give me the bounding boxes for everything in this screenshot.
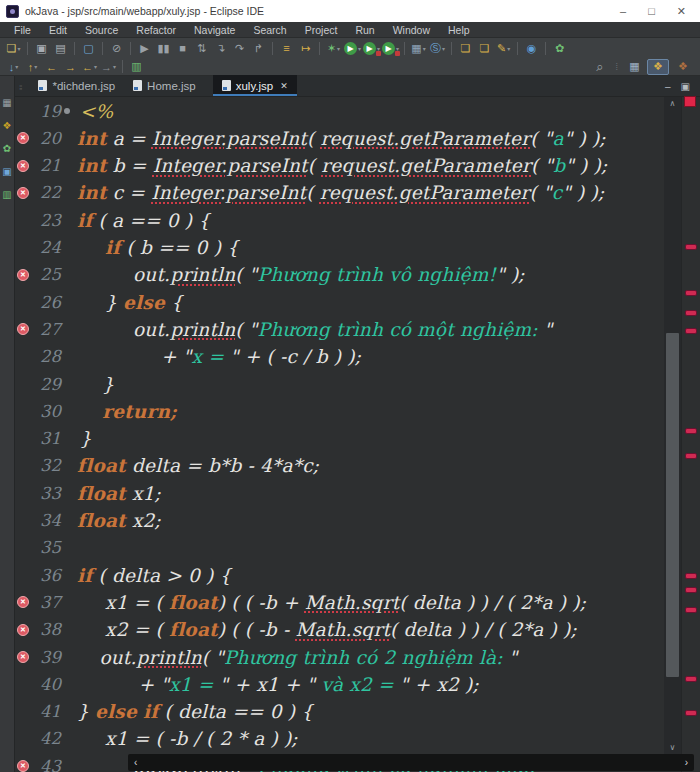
- tab-Homejsp[interactable]: Home.jsp: [124, 75, 205, 96]
- code-line-41[interactable]: 41} else if ( delta == 0 ) {: [15, 698, 664, 726]
- debug-icon[interactable]: ✶▾: [325, 40, 342, 56]
- import-icon[interactable]: ↓▾: [5, 59, 22, 75]
- code-line-25[interactable]: ✕25out.println( "Phương trình vô nghiệm!…: [15, 261, 664, 289]
- menu-navigate[interactable]: Navigate: [186, 23, 243, 37]
- vertical-scrollbar-thumb[interactable]: [666, 333, 679, 677]
- menu-source[interactable]: Source: [77, 23, 126, 37]
- code-line-37[interactable]: ✕37x1 = ( float) ( ( -b + Math.sqrt( del…: [15, 588, 664, 616]
- suspend-icon[interactable]: ▮▮: [155, 40, 172, 56]
- horizontal-scrollbar[interactable]: ‹ ›: [128, 754, 694, 771]
- javaee-perspective-button[interactable]: ❖: [647, 59, 669, 75]
- back-icon[interactable]: ←▾: [81, 59, 98, 75]
- minimize-window-icon[interactable]: –: [620, 5, 626, 18]
- close-tab-icon[interactable]: ✕: [280, 81, 288, 91]
- annotation-gutter[interactable]: ✕: [15, 132, 31, 144]
- restore-views-icon[interactable]: ▦: [1, 96, 14, 109]
- step-into-icon[interactable]: ↴: [212, 40, 229, 56]
- code-line-21[interactable]: ✕21int b = Integer.parseInt( request.get…: [15, 152, 664, 180]
- error-marker-icon[interactable]: ✕: [17, 624, 29, 636]
- forward-icon[interactable]: →▾: [100, 59, 117, 75]
- annotation-gutter[interactable]: ✕: [15, 624, 31, 636]
- error-overview-mark[interactable]: [685, 310, 697, 316]
- error-marker-icon[interactable]: ✕: [17, 160, 29, 172]
- annotation-gutter[interactable]: ✕: [15, 269, 31, 281]
- code-line-40[interactable]: 40+ "x1 = " + x1 + " và x2 = " + x2 );: [15, 670, 664, 698]
- error-marker-icon[interactable]: ✕: [17, 596, 29, 608]
- search-icon[interactable]: ⌕: [591, 59, 608, 75]
- open-console-icon[interactable]: ▢: [80, 40, 97, 56]
- error-overview-mark[interactable]: [685, 428, 697, 434]
- run-icon[interactable]: ▶▾: [344, 40, 361, 56]
- vertical-scrollbar[interactable]: ∧ ∨: [664, 97, 681, 757]
- error-marker-icon[interactable]: ✕: [17, 651, 29, 663]
- code-editor[interactable]: 19<%✕20int a = Integer.parseInt( request…: [15, 97, 700, 772]
- annotation-gutter[interactable]: ✕: [15, 651, 31, 663]
- export-icon[interactable]: ↑▾: [24, 59, 41, 75]
- error-overview-mark[interactable]: [685, 710, 697, 716]
- menu-file[interactable]: File: [6, 23, 39, 37]
- save-all-icon[interactable]: ▤: [52, 40, 69, 56]
- code-line-36[interactable]: 36if ( delta > 0 ) {: [15, 561, 664, 589]
- error-overview-mark[interactable]: [685, 587, 697, 593]
- code-line-20[interactable]: ✕20int a = Integer.parseInt( request.get…: [15, 124, 664, 152]
- code-line-29[interactable]: 29}: [15, 370, 664, 398]
- code-line-32[interactable]: 32float delta = b*b - 4*a*c;: [15, 452, 664, 480]
- error-overview-mark[interactable]: [685, 573, 697, 579]
- menu-refactor[interactable]: Refactor: [128, 23, 184, 37]
- code-line-30[interactable]: 30return;: [15, 397, 664, 425]
- profile-icon[interactable]: ▶▾: [382, 40, 399, 56]
- error-marker-icon[interactable]: ✕: [17, 269, 29, 281]
- error-marker-icon[interactable]: ✕: [17, 132, 29, 144]
- scroll-up-icon[interactable]: ∧: [664, 97, 681, 110]
- step-over-icon[interactable]: ↷: [231, 40, 248, 56]
- code-line-19[interactable]: 19<%: [15, 97, 664, 125]
- code-line-23[interactable]: 23if ( a == 0 ) {: [15, 206, 664, 234]
- code-line-27[interactable]: ✕27out.println( "Phương trình có một ngh…: [15, 315, 664, 343]
- disconnect-icon[interactable]: ⇅: [193, 40, 210, 56]
- step-filters-icon[interactable]: ↦: [297, 40, 314, 56]
- tab-dichdenjsp[interactable]: *dichden.jsp: [29, 75, 124, 96]
- scroll-down-icon[interactable]: ∨: [664, 741, 681, 754]
- java-perspective-button[interactable]: ❖: [672, 59, 694, 75]
- menu-window[interactable]: Window: [385, 23, 438, 37]
- link-with-editor-icon[interactable]: ▥: [128, 59, 145, 75]
- code-line-26[interactable]: 26} else {: [15, 288, 664, 316]
- snippets-icon[interactable]: ❖: [1, 119, 14, 132]
- code-line-33[interactable]: 33float x1;: [15, 479, 664, 507]
- close-window-icon[interactable]: ✕: [677, 5, 686, 18]
- web-browser-icon[interactable]: ◉: [523, 40, 540, 56]
- open-file-icon[interactable]: ❏: [457, 40, 474, 56]
- code-line-24[interactable]: 24if ( b == 0 ) {: [15, 234, 664, 262]
- tab-xulyjsp[interactable]: xuly.jsp✕: [213, 75, 297, 96]
- scroll-left-icon[interactable]: ‹: [134, 757, 137, 768]
- resume-icon[interactable]: ▶: [136, 40, 153, 56]
- annotation-gutter[interactable]: ✕: [15, 596, 31, 608]
- java-bean-icon[interactable]: ✿: [551, 40, 568, 56]
- new-dynamic-project-icon[interactable]: ▦▾: [410, 40, 427, 56]
- terminate-icon[interactable]: ■: [174, 40, 191, 56]
- maximize-window-icon[interactable]: □: [648, 5, 655, 18]
- servers-view-icon[interactable]: ▥: [1, 188, 14, 201]
- error-overview-mark[interactable]: [685, 244, 697, 250]
- maximize-editor-icon[interactable]: ▣: [681, 81, 690, 92]
- code-line-28[interactable]: 28+ "x = " + ( -c / b ) );: [15, 343, 664, 371]
- skip-breakpoints-icon[interactable]: ⊘: [108, 40, 125, 56]
- code-line-42[interactable]: 42x1 = ( -b / ( 2 * a ) );: [15, 725, 664, 753]
- annotation-gutter[interactable]: ✕: [15, 760, 31, 772]
- error-overview-mark[interactable]: [685, 607, 697, 613]
- annotation-gutter[interactable]: ✕: [15, 160, 31, 172]
- overview-ruler[interactable]: [681, 97, 700, 772]
- next-edit-location-icon[interactable]: →: [62, 59, 79, 75]
- error-overview-mark[interactable]: [685, 453, 697, 459]
- code-line-35[interactable]: 35: [15, 534, 664, 562]
- menu-run[interactable]: Run: [347, 23, 382, 37]
- error-summary-indicator[interactable]: [684, 96, 696, 107]
- step-return-icon[interactable]: ↱: [250, 40, 267, 56]
- console-view-icon[interactable]: ▣: [1, 165, 14, 178]
- menu-search[interactable]: Search: [245, 23, 294, 37]
- code-line-22[interactable]: ✕22int c = Integer.parseInt( request.get…: [15, 179, 664, 207]
- console-lines-icon[interactable]: ≡: [278, 40, 295, 56]
- error-marker-icon[interactable]: ✕: [17, 760, 29, 772]
- menu-project[interactable]: Project: [297, 23, 346, 37]
- error-overview-mark[interactable]: [685, 328, 697, 334]
